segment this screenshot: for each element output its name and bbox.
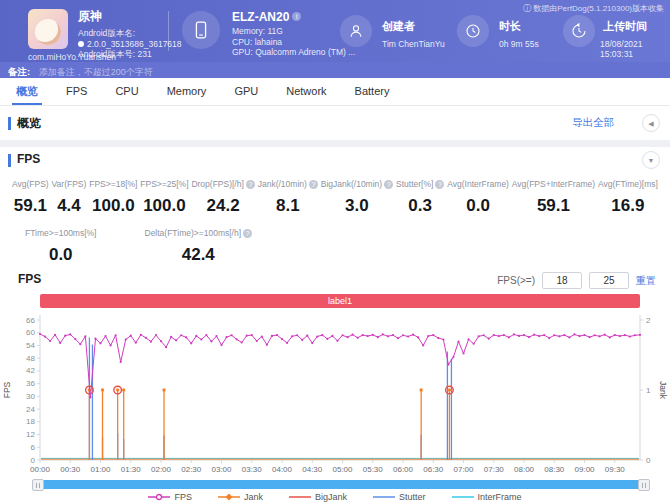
metric-label: Delta(FTime)>=100ms[/h]? <box>145 228 253 238</box>
legend-label: Stutter <box>399 492 426 502</box>
metric-label: Jank(/10min)? <box>258 179 318 189</box>
info-icon[interactable]: ? <box>384 180 393 189</box>
metric-value: 4.4 <box>52 196 87 216</box>
metric-cell: FPS>=18[%]100.0 <box>89 179 137 216</box>
svg-text:66: 66 <box>26 316 35 325</box>
metric-cell: Avg(FPS)59.1 <box>12 179 49 216</box>
tab-bar: 概览FPSCPUMemoryGPUNetworkBattery <box>0 78 670 106</box>
legend-label: Jank <box>244 492 263 502</box>
reset-button[interactable]: 重置 <box>636 274 656 288</box>
chart-title: FPS <box>18 272 41 286</box>
svg-text:42: 42 <box>26 366 35 375</box>
metric-cell: Drop(FPS)[/h]?24.2 <box>191 179 254 216</box>
svg-text:06:30: 06:30 <box>423 465 444 474</box>
device-info-icon[interactable]: i <box>292 12 301 21</box>
region-label-bar[interactable]: label1 <box>40 294 640 308</box>
device-cpu: CPU: lahaina <box>232 37 355 48</box>
duration-block: 时长 0h 9m 55s <box>499 19 539 49</box>
legend-item-FPS[interactable]: FPS <box>148 492 192 502</box>
tab-CPU[interactable]: CPU <box>111 78 142 105</box>
tab-Network[interactable]: Network <box>282 78 330 105</box>
tab-FPS[interactable]: FPS <box>62 78 91 105</box>
metric-value: 59.1 <box>512 196 595 216</box>
svg-text:07:00: 07:00 <box>454 465 475 474</box>
fps-threshold-label: FPS(>=) <box>497 275 535 286</box>
fps-metrics-row1: Avg(FPS)59.1Var(FPS)4.4FPS>=18[%]100.0FP… <box>0 179 670 216</box>
tab-概览[interactable]: 概览 <box>12 78 42 105</box>
scrollbar-track[interactable] <box>38 480 642 489</box>
svg-text:03:30: 03:30 <box>242 465 263 474</box>
stutter-legend-swatch-icon <box>373 492 395 502</box>
metric-label: Var(FPS) <box>52 179 87 189</box>
header-divider <box>168 11 169 51</box>
phone-icon <box>182 11 220 49</box>
svg-text:30: 30 <box>26 392 35 401</box>
creator-block: 创建者 Tim ChenTianYu <box>382 19 445 49</box>
upload-value: 18/08/2021 15:03:31 <box>600 39 670 59</box>
svg-text:00:30: 00:30 <box>60 465 81 474</box>
metric-label: Avg(InterFrame) <box>447 179 509 189</box>
device-info: ELZ-AN20i Memory: 11G CPU: lahaina GPU: … <box>232 10 355 58</box>
tab-Memory[interactable]: Memory <box>163 78 211 105</box>
metric-label: BigJank(/10min)? <box>321 179 393 189</box>
metric-value: 3.0 <box>321 196 393 216</box>
metric-label: Avg(FTime)[ms] <box>598 179 658 189</box>
svg-text:08:30: 08:30 <box>544 465 565 474</box>
tab-GPU[interactable]: GPU <box>230 78 262 105</box>
legend-item-Stutter[interactable]: Stutter <box>373 492 426 502</box>
legend-item-InterFrame[interactable]: InterFrame <box>452 492 522 502</box>
duration-value: 0h 9m 55s <box>499 39 539 49</box>
metric-value: 100.0 <box>89 196 137 216</box>
note-bar[interactable]: 备注: 添加备注，不超过200个字符 <box>0 62 670 78</box>
metric-cell: BigJank(/10min)?3.0 <box>321 179 393 216</box>
svg-text:18: 18 <box>26 417 35 426</box>
report-header: ⓘ 数据由PerfDog(5.1.210300)版本收集 原神 Android版… <box>0 0 670 62</box>
jank-legend-swatch-icon <box>218 492 240 502</box>
metric-label: Stutter[%]? <box>396 179 444 189</box>
svg-text:07:30: 07:30 <box>484 465 505 474</box>
metric-cell: Delta(FTime)>=100ms[/h]?42.4 <box>145 228 253 265</box>
chart-legend: FPSJankBigJankStutterInterFrame <box>0 490 670 503</box>
info-icon[interactable]: ? <box>246 180 255 189</box>
svg-text:00:00: 00:00 <box>30 465 51 474</box>
svg-text:05:00: 05:00 <box>333 465 354 474</box>
bigjank-legend-swatch-icon <box>289 492 311 502</box>
metric-value: 0.0 <box>447 196 509 216</box>
metric-label: Avg(FPS+InterFrame) <box>512 179 595 189</box>
svg-text:60: 60 <box>26 328 35 337</box>
fps-jank-chart[interactable]: 061218243036424854606601200:0000:3001:00… <box>0 312 670 478</box>
section-accent-bar <box>8 154 11 167</box>
info-icon[interactable]: ? <box>309 180 318 189</box>
metric-value: 8.1 <box>258 196 318 216</box>
collapse-panel-icon[interactable]: ▼ <box>642 151 660 169</box>
info-icon[interactable]: ? <box>435 180 444 189</box>
metric-cell: Avg(FPS+InterFrame)59.1 <box>512 179 595 216</box>
device-gpu: GPU: Qualcomm Adreno (TM) ... <box>232 47 355 58</box>
app-version-name: 2.0.0_3513686_3617618 <box>78 39 182 50</box>
tab-Battery[interactable]: Battery <box>351 78 394 105</box>
svg-text:48: 48 <box>26 354 35 363</box>
svg-text:06:00: 06:00 <box>393 465 414 474</box>
chart-controls-row: FPS FPS(>=) 重置 <box>0 270 670 292</box>
section-separator <box>0 140 670 147</box>
section-accent-bar <box>8 117 11 130</box>
interframe-legend-swatch-icon <box>452 492 474 502</box>
fps-title: FPS <box>17 152 40 166</box>
overview-title: 概览 <box>17 115 41 132</box>
svg-text:04:30: 04:30 <box>302 465 323 474</box>
metric-value: 0.3 <box>396 196 444 216</box>
export-all-button[interactable]: 导出全部 <box>572 116 614 130</box>
legend-item-BigJank[interactable]: BigJank <box>289 492 347 502</box>
collapse-left-icon[interactable]: ◀ <box>642 114 660 132</box>
svg-text:24: 24 <box>26 405 35 414</box>
svg-text:08:00: 08:00 <box>514 465 535 474</box>
svg-text:6: 6 <box>31 443 36 452</box>
svg-text:09:00: 09:00 <box>575 465 596 474</box>
user-icon <box>340 15 372 47</box>
info-icon[interactable]: ? <box>243 229 252 238</box>
fps-threshold-input-1[interactable] <box>542 272 582 289</box>
app-package: com.miHoYo.Yuanshen <box>28 52 116 62</box>
legend-item-Jank[interactable]: Jank <box>218 492 263 502</box>
fps-threshold-input-2[interactable] <box>589 272 629 289</box>
svg-text:02:30: 02:30 <box>181 465 202 474</box>
